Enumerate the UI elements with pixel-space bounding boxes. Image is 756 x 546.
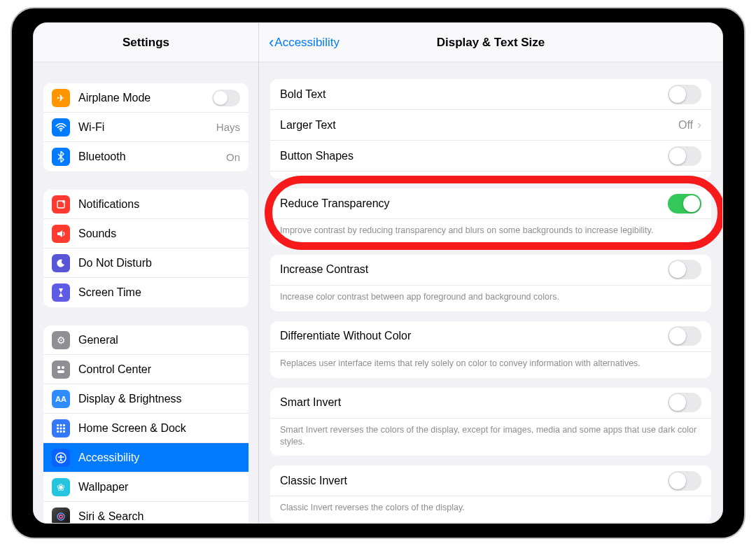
chevron-left-icon: ‹ xyxy=(269,35,274,50)
diff-without-color-toggle[interactable] xyxy=(668,326,701,346)
notifications-icon xyxy=(52,195,70,214)
sidebar-item-label: Accessibility xyxy=(78,451,240,464)
increase-contrast-toggle[interactable] xyxy=(668,260,701,279)
wifi-icon xyxy=(52,118,70,136)
detail-scroll[interactable]: Bold Text Larger Text Off › Button Shape… xyxy=(259,62,722,523)
sidebar-scroll[interactable]: ✈ Airplane Mode Wi-Fi Hays xyxy=(34,62,258,523)
sidebar-item-label: Sounds xyxy=(78,227,240,240)
bluetooth-value: On xyxy=(226,151,240,163)
navbar: ‹ Accessibility Display & Text Size xyxy=(259,23,722,62)
svg-rect-7 xyxy=(60,424,62,426)
section-text: Bold Text Larger Text Off › Button Shape… xyxy=(270,79,711,178)
section-increase-contrast: Increase Contrast Increase color contras… xyxy=(270,255,711,312)
sidebar-item-notifications[interactable]: Notifications xyxy=(43,190,248,219)
increase-contrast-footnote: Increase color contrast between app fore… xyxy=(270,286,711,312)
sidebar-item-label: Display & Brightness xyxy=(78,393,240,405)
sidebar-item-do-not-disturb[interactable]: Do Not Disturb xyxy=(43,248,248,278)
cell-larger-text[interactable]: Larger Text Off › xyxy=(270,110,711,141)
bold-text-toggle[interactable] xyxy=(668,85,701,104)
svg-rect-13 xyxy=(60,430,62,433)
smart-invert-toggle[interactable] xyxy=(668,393,701,412)
reduce-transparency-toggle[interactable] xyxy=(668,194,701,214)
airplane-icon: ✈ xyxy=(52,89,70,107)
svg-rect-8 xyxy=(63,424,65,426)
sidebar-item-label: Wallpaper xyxy=(78,481,240,493)
classic-invert-footnote: Classic Invert reverses the colors of th… xyxy=(270,496,711,522)
svg-point-0 xyxy=(60,130,62,131)
sidebar-group-activity: Notifications Sounds Do Not Disturb xyxy=(43,190,248,307)
button-shapes-toggle[interactable] xyxy=(668,146,701,166)
cell-increase-contrast[interactable]: Increase Contrast xyxy=(270,255,711,286)
dnd-icon xyxy=(52,254,70,272)
cell-button-shapes[interactable]: Button Shapes xyxy=(270,141,711,172)
sidebar-item-siri-search[interactable]: Siri & Search xyxy=(43,502,248,523)
sidebar-item-screen-time[interactable]: Screen Time xyxy=(43,278,248,307)
cell-label: Smart Invert xyxy=(280,396,668,409)
ipad-frame: Settings ✈ Airplane Mode Wi-Fi Hays xyxy=(10,7,746,539)
sidebar-item-label: Do Not Disturb xyxy=(78,257,240,270)
airplane-toggle[interactable] xyxy=(212,90,240,106)
section-classic-invert: Classic Invert Classic Invert reverses t… xyxy=(270,465,711,522)
sidebar-item-label: Airplane Mode xyxy=(78,92,212,104)
siri-icon xyxy=(52,507,70,524)
svg-rect-3 xyxy=(57,366,60,369)
cell-label: Increase Contrast xyxy=(280,263,668,276)
settings-sidebar: Settings ✈ Airplane Mode Wi-Fi Hays xyxy=(34,23,259,523)
sidebar-item-label: Control Center xyxy=(78,363,240,376)
wifi-network-value: Hays xyxy=(216,121,240,133)
svg-rect-12 xyxy=(57,430,59,433)
sidebar-item-general[interactable]: ⚙ General xyxy=(43,326,248,355)
svg-point-18 xyxy=(59,514,63,518)
sidebar-item-home-screen-dock[interactable]: Home Screen & Dock xyxy=(43,414,248,443)
general-icon: ⚙ xyxy=(52,331,70,349)
svg-point-2 xyxy=(62,200,65,203)
sidebar-item-wifi[interactable]: Wi-Fi Hays xyxy=(43,113,248,142)
section-smart-invert: Smart Invert Smart Invert reverses the c… xyxy=(270,388,711,456)
display-icon: AA xyxy=(52,390,70,408)
sidebar-item-label: General xyxy=(78,334,240,346)
sidebar-item-label: Screen Time xyxy=(78,286,240,299)
svg-rect-5 xyxy=(57,370,64,373)
reduce-transparency-footnote: Improve contrast by reducing transparenc… xyxy=(270,219,711,245)
classic-invert-toggle[interactable] xyxy=(668,471,701,491)
sidebar-item-airplane-mode[interactable]: ✈ Airplane Mode xyxy=(43,83,248,113)
cell-reduce-transparency[interactable]: Reduce Transparency xyxy=(270,188,711,219)
sidebar-item-control-center[interactable]: Control Center xyxy=(43,355,248,384)
svg-point-17 xyxy=(57,513,64,520)
section-diff-without-color: Differentiate Without Color Replaces use… xyxy=(270,321,711,378)
detail-pane: ‹ Accessibility Display & Text Size Bold… xyxy=(259,23,722,523)
back-button[interactable]: ‹ Accessibility xyxy=(269,35,340,50)
homescreen-icon xyxy=(52,419,70,438)
svg-rect-11 xyxy=(63,427,65,429)
sidebar-item-sounds[interactable]: Sounds xyxy=(43,219,248,248)
svg-rect-6 xyxy=(57,424,59,426)
cell-partial-onoff-labels xyxy=(270,172,711,178)
sidebar-item-display-brightness[interactable]: AA Display & Brightness xyxy=(43,384,248,414)
screentime-icon xyxy=(52,284,70,302)
sidebar-item-label: Wi-Fi xyxy=(78,121,216,134)
back-label: Accessibility xyxy=(274,36,340,50)
screen: Settings ✈ Airplane Mode Wi-Fi Hays xyxy=(33,22,723,524)
chevron-right-icon: › xyxy=(697,118,701,132)
sidebar-item-label: Siri & Search xyxy=(78,510,240,523)
section-reduce-transparency: Reduce Transparency Improve contrast by … xyxy=(270,188,711,245)
cell-smart-invert[interactable]: Smart Invert xyxy=(270,388,711,419)
cell-label: Bold Text xyxy=(280,88,668,101)
bluetooth-icon xyxy=(52,148,70,166)
cell-diff-without-color[interactable]: Differentiate Without Color xyxy=(270,321,711,352)
cell-label: Larger Text xyxy=(280,119,678,132)
cell-label: Reduce Transparency xyxy=(280,197,668,210)
sidebar-item-label: Bluetooth xyxy=(78,150,226,163)
cell-classic-invert[interactable]: Classic Invert xyxy=(270,465,711,496)
sidebar-item-label: Home Screen & Dock xyxy=(78,422,240,435)
sidebar-item-accessibility[interactable]: Accessibility xyxy=(43,443,248,472)
svg-rect-10 xyxy=(60,427,62,429)
sidebar-title: Settings xyxy=(34,23,258,62)
sidebar-item-label: Notifications xyxy=(78,198,240,211)
svg-rect-4 xyxy=(62,366,64,369)
cell-bold-text[interactable]: Bold Text xyxy=(270,79,711,110)
sounds-icon xyxy=(52,225,70,243)
controlcenter-icon xyxy=(52,360,70,379)
sidebar-item-bluetooth[interactable]: Bluetooth On xyxy=(43,142,248,172)
sidebar-item-wallpaper[interactable]: ❀ Wallpaper xyxy=(43,472,248,502)
